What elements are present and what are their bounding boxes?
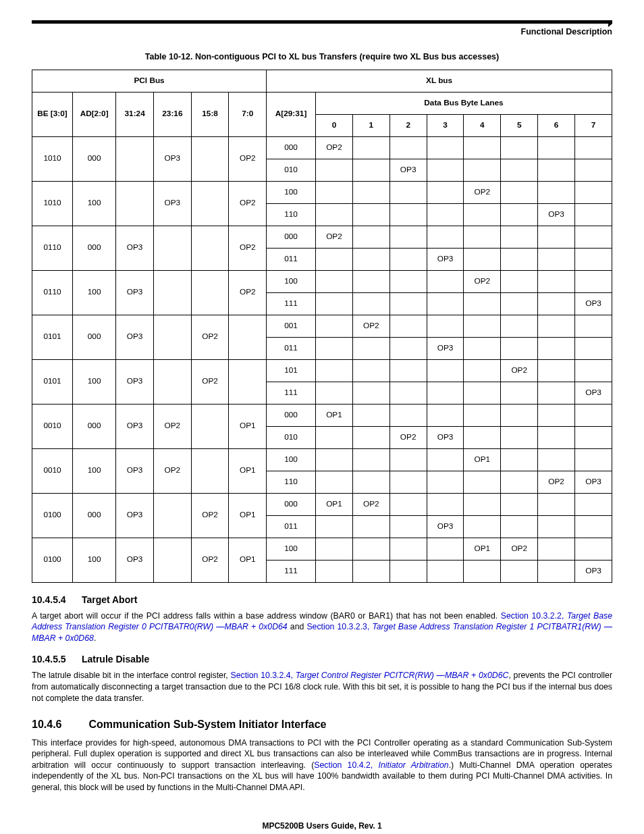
table-cell: OP3 [575, 292, 612, 315]
table-cell: OP3 [427, 515, 464, 538]
table-cell: OP2 [191, 315, 229, 359]
table-row: 1010000OP3OP2000OP2 [32, 136, 612, 159]
table-cell [538, 404, 575, 426]
table-cell: OP3 [116, 448, 154, 493]
table-cell [501, 203, 538, 226]
xref-link[interactable]: Section 10.3.2.4, [230, 671, 295, 680]
table-cell [501, 315, 538, 337]
table-cell: 100 [73, 359, 116, 404]
table-cell [427, 359, 464, 382]
table-cell: OP3 [575, 560, 612, 582]
xref-link[interactable]: Target Control Register PCITCR(RW) —MBAR… [296, 671, 509, 680]
table-cell [390, 292, 427, 315]
table-cell: 1010 [32, 181, 73, 226]
footer-title: MPC5200B Users Guide, Rev. 1 [32, 820, 612, 831]
table-row: 0010000OP3OP2OP1000OP1 [32, 404, 612, 426]
table-cell [464, 404, 501, 426]
table-cell [390, 538, 427, 560]
table-cell [575, 448, 612, 471]
table-cell [316, 448, 353, 471]
table-cell: OP2 [191, 538, 229, 582]
table-cell: 011 [267, 337, 316, 359]
table-cell [538, 315, 575, 337]
text: A target abort will occur if the PCI add… [32, 611, 501, 621]
table-cell [352, 359, 390, 382]
table-cell: OP2 [229, 226, 267, 270]
table-cell [501, 292, 538, 315]
table-cell [501, 471, 538, 493]
col-lane-4: 4 [464, 114, 501, 136]
table-cell [316, 292, 353, 315]
table-cell [390, 270, 427, 292]
table-cell: 100 [73, 270, 116, 315]
table-cell [316, 515, 353, 538]
heading-target-abort: 10.4.5.4 Target Abort [32, 594, 612, 606]
table-cell: 0010 [32, 404, 73, 448]
table-cell: OP2 [352, 493, 390, 515]
xref-link[interactable]: Section 10.3.2.2, [501, 611, 567, 621]
table-cell [390, 181, 427, 203]
table-cell [538, 181, 575, 203]
table-cell [427, 159, 464, 181]
table-cell: 111 [267, 560, 316, 582]
table-cell: OP2 [316, 226, 353, 248]
table-cell: 0101 [32, 315, 73, 359]
table-cell [427, 226, 464, 248]
table-cell [538, 382, 575, 404]
table-cell [501, 515, 538, 538]
table-row: 0110000OP3OP2000OP2 [32, 226, 612, 248]
table-cell [538, 493, 575, 515]
transfers-table: PCI Bus XL bus BE [3:0] AD[2:0] 31:24 23… [32, 70, 612, 583]
table-cell [390, 382, 427, 404]
table-cell: OP3 [427, 426, 464, 448]
xref-link[interactable]: Section 10.3.2.3, [306, 622, 372, 631]
table-cell: 100 [267, 181, 316, 203]
table-cell [352, 560, 390, 582]
xref-link[interactable]: Section 10.4.2, [314, 760, 378, 770]
table-cell [154, 359, 192, 404]
col-a29-31: A[29:31] [267, 92, 316, 136]
table-cell [538, 538, 575, 560]
table-cell: OP3 [116, 404, 154, 448]
table-cell: OP3 [538, 203, 575, 226]
table-cell [575, 515, 612, 538]
table-cell [390, 515, 427, 538]
table-cell [352, 426, 390, 448]
table-cell: OP3 [575, 471, 612, 493]
table-cell [316, 538, 353, 560]
col-group-pci: PCI Bus [32, 70, 267, 92]
col-group-xl: XL bus [267, 70, 612, 92]
col-lane-3: 3 [427, 114, 464, 136]
table-cell [390, 248, 427, 270]
table-cell: OP3 [390, 159, 427, 181]
table-cell [464, 382, 501, 404]
table-cell [352, 270, 390, 292]
xref-link[interactable]: Initiator Arbitration [379, 760, 449, 770]
table-cell: OP2 [191, 493, 229, 538]
table-cell: 1010 [32, 136, 73, 181]
table-cell [464, 493, 501, 515]
table-cell [575, 136, 612, 159]
section-title: Communication Sub-System Initiator Inter… [88, 719, 326, 730]
table-cell [575, 315, 612, 337]
table-cell [427, 292, 464, 315]
table-cell: OP1 [316, 404, 353, 426]
table-cell: 000 [267, 136, 316, 159]
table-cell [390, 359, 427, 382]
table-cell: 001 [267, 315, 316, 337]
table-cell: 000 [73, 404, 116, 448]
table-row: 0100100OP3OP2OP1100OP1OP2 [32, 538, 612, 560]
table-cell [501, 181, 538, 203]
paragraph: A target abort will occur if the PCI add… [32, 610, 612, 644]
table-cell [191, 136, 229, 181]
table-cell: OP1 [229, 538, 267, 582]
table-cell [154, 270, 192, 315]
table-cell: 100 [267, 538, 316, 560]
table-cell: 011 [267, 248, 316, 270]
table-cell [316, 426, 353, 448]
table-cell: OP2 [229, 181, 267, 226]
table-cell [352, 538, 390, 560]
table-cell [352, 382, 390, 404]
table-cell [191, 270, 229, 315]
table-cell: OP2 [154, 404, 192, 448]
